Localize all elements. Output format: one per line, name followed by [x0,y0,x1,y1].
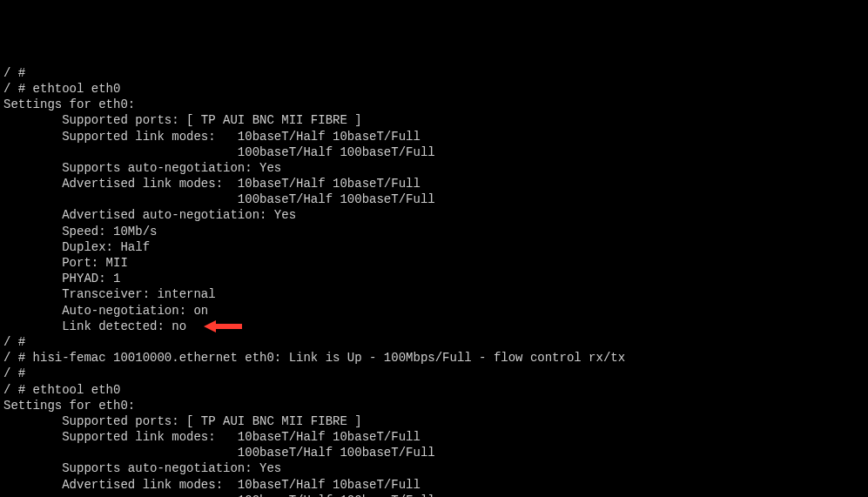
terminal-line: Auto-negotiation: on [3,303,865,319]
svg-marker-0 [204,320,242,332]
terminal-line: Supported link modes: 10baseT/Half 10bas… [3,129,865,144]
terminal-line: Speed: 10Mb/s [3,224,865,239]
terminal-line: Supported ports: [ TP AUI BNC MII FIBRE … [3,112,865,128]
terminal-line: Link detected: no [3,319,865,334]
terminal-line: Transceiver: internal [3,286,865,302]
terminal-line: Advertised auto-negotiation: Yes [3,207,865,223]
terminal-line: Advertised link modes: 10baseT/Half 10ba… [3,477,865,493]
terminal-line: Supported link modes: 10baseT/Half 10bas… [3,429,865,445]
terminal-line: 100baseT/Half 100baseT/Full [3,445,865,460]
terminal-line: 100baseT/Half 100baseT/Full [3,144,865,160]
terminal-line: / # ethtool eth0 [3,382,865,398]
terminal-line: Port: MII [3,255,865,271]
terminal-line: / # [3,65,865,81]
terminal-line: Advertised link modes: 10baseT/Half 10ba… [3,176,865,191]
terminal-line: / # hisi-femac 10010000.ethernet eth0: L… [3,350,865,366]
terminal-line: / # ethtool eth0 [3,81,865,97]
terminal-line: Duplex: Half [3,239,865,255]
terminal-line: Settings for eth0: [3,97,865,112]
terminal-line: 100baseT/Half 100baseT/Full [3,191,865,207]
terminal-line: 100baseT/Half 100baseT/Full [3,493,865,497]
terminal-output: / #/ # ethtool eth0Settings for eth0: Su… [3,65,865,497]
terminal-line: Supports auto-negotiation: Yes [3,160,865,176]
terminal-line: / # [3,334,865,350]
terminal-line: PHYAD: 1 [3,271,865,286]
arrow-annotation-icon [204,320,242,332]
terminal-line: / # [3,366,865,381]
terminal-line: Supports auto-negotiation: Yes [3,460,865,476]
terminal-line: Settings for eth0: [3,398,865,413]
terminal-line: Supported ports: [ TP AUI BNC MII FIBRE … [3,413,865,429]
